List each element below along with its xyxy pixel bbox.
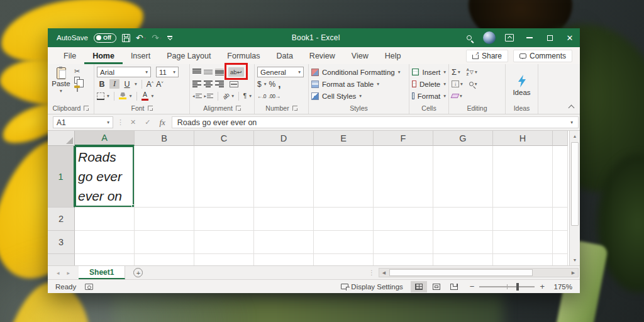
sheet-nav-prev-icon[interactable]: ◂ (57, 270, 60, 276)
text-direction-caret-icon[interactable]: ▾ (249, 93, 252, 99)
cell-e1[interactable] (314, 146, 374, 208)
clipboard-dialog-launcher[interactable] (84, 106, 89, 111)
display-settings-button[interactable]: Display Settings (341, 283, 402, 291)
horizontal-scrollbar[interactable]: ◀ ▶ (379, 268, 579, 277)
cell-b1[interactable] (135, 146, 194, 208)
number-format-combo[interactable]: General▾ (257, 67, 304, 77)
tab-help[interactable]: Help (377, 47, 409, 64)
insert-function-button[interactable]: fx (157, 118, 167, 128)
cell-styles-button[interactable]: Cell Styles ▾ (311, 90, 406, 102)
tab-review[interactable]: Review (301, 47, 343, 64)
cell-h1[interactable] (493, 146, 553, 208)
scroll-left-icon[interactable]: ◀ (379, 270, 389, 275)
cell-a2[interactable] (75, 208, 135, 231)
share-button[interactable]: Share (466, 50, 508, 62)
alignment-dialog-launcher[interactable] (236, 106, 241, 111)
cell-a3[interactable] (75, 231, 135, 254)
align-right-button[interactable] (215, 80, 224, 87)
delete-cells-button[interactable]: Delete ▾ (412, 78, 446, 90)
conditional-formatting-button[interactable]: Conditional Formatting ▾ (311, 66, 406, 78)
scroll-up-icon[interactable]: ▲ (570, 131, 580, 142)
column-header-b[interactable]: B (135, 131, 194, 146)
insert-cells-button[interactable]: Insert ▾ (412, 66, 446, 78)
normal-view-button[interactable] (411, 281, 427, 292)
find-select-button[interactable]: ▾ (469, 81, 477, 87)
comma-style-button[interactable]: , (278, 82, 280, 87)
tab-view[interactable]: View (343, 47, 377, 64)
page-layout-view-button[interactable] (428, 281, 445, 292)
clear-button[interactable]: ▾ (452, 93, 462, 99)
tab-formulas[interactable]: Formulas (219, 47, 268, 64)
column-header-f[interactable]: F (374, 131, 433, 146)
sheet-tab-sheet1[interactable]: Sheet1 (79, 266, 125, 279)
font-name-combo[interactable]: Arial▾ (97, 67, 151, 77)
underline-caret-icon[interactable]: ▾ (135, 81, 137, 87)
font-color-caret-icon[interactable]: ▾ (152, 93, 154, 99)
tab-file[interactable]: File (55, 47, 84, 64)
paste-caret-icon[interactable]: ▾ (60, 88, 62, 94)
undo-caret-icon[interactable]: ▾ (144, 36, 147, 40)
currency-button[interactable]: $ (257, 80, 262, 89)
cell-a1[interactable]: Roads go ever ever on (75, 146, 135, 208)
align-center-button[interactable] (204, 80, 213, 87)
new-sheet-button[interactable]: + (133, 268, 143, 277)
font-dialog-launcher[interactable] (148, 106, 153, 111)
maximize-button[interactable] (540, 28, 560, 47)
column-header-partial[interactable] (553, 131, 568, 146)
scroll-down-icon[interactable]: ▼ (570, 255, 580, 265)
scroll-right-icon[interactable]: ▶ (569, 270, 578, 275)
minimize-button[interactable] (519, 28, 540, 47)
fill-handle[interactable] (131, 204, 135, 208)
row-header-1[interactable]: 1 (48, 146, 75, 208)
fill-button[interactable]: ↓▾ (452, 80, 463, 87)
collapse-ribbon-icon[interactable] (569, 105, 575, 111)
tab-home[interactable]: Home (84, 47, 123, 64)
name-box[interactable]: A1▾ (53, 116, 113, 128)
sheet-nav-next-icon[interactable]: ▸ (67, 270, 70, 276)
copy-button[interactable]: ▾ (74, 77, 84, 84)
redo-button[interactable]: ↷▾ (152, 33, 162, 42)
decrease-font-size-button[interactable]: A˅ (156, 80, 164, 89)
underline-button[interactable]: U (122, 80, 132, 89)
borders-icon[interactable] (97, 92, 104, 100)
currency-caret-icon[interactable]: ▾ (264, 81, 267, 87)
cell-a4[interactable] (75, 254, 135, 265)
enter-entry-button[interactable]: ✓ (142, 118, 153, 126)
search-button[interactable] (459, 28, 479, 47)
format-cells-button[interactable]: Format ▾ (412, 90, 446, 102)
bold-button[interactable]: B (97, 80, 107, 89)
cell-f1[interactable] (374, 146, 433, 208)
increase-decimal-button[interactable]: ←.0 (257, 93, 266, 99)
font-size-combo[interactable]: 11▾ (156, 67, 179, 77)
decrease-indent-button[interactable]: ◂ (192, 92, 202, 99)
account-button[interactable] (479, 28, 499, 47)
number-dialog-launcher[interactable] (292, 106, 297, 111)
hscroll-splitter[interactable]: ⋮ (365, 269, 379, 276)
cell-d1[interactable] (254, 146, 314, 208)
column-header-g[interactable]: G (433, 131, 493, 146)
ideas-button[interactable]: Ideas (508, 66, 535, 104)
orientation-caret-icon[interactable]: ▾ (231, 93, 234, 99)
increase-indent-button[interactable]: ▸ (204, 92, 214, 99)
row-header-3[interactable]: 3 (48, 231, 75, 254)
borders-caret-icon[interactable]: ▾ (107, 93, 109, 99)
column-header-h[interactable]: H (493, 131, 553, 146)
select-all-button[interactable] (48, 131, 75, 146)
middle-align-button[interactable] (204, 69, 213, 75)
cancel-entry-button[interactable]: ✕ (128, 118, 138, 126)
zoom-out-button[interactable]: − (470, 282, 475, 291)
accessibility-icon[interactable] (85, 284, 93, 290)
zoom-level[interactable]: 175% (552, 283, 572, 291)
fill-color-caret-icon[interactable]: ▾ (130, 93, 132, 99)
merge-center-icon[interactable] (230, 81, 238, 87)
row-header-2[interactable]: 2 (48, 208, 75, 231)
font-color-icon[interactable]: A (142, 91, 149, 101)
orientation-icon[interactable]: ab (221, 91, 230, 101)
formula-bar-splitter[interactable]: ⋮ (117, 118, 124, 126)
zoom-slider[interactable] (479, 286, 535, 287)
save-icon[interactable] (122, 34, 130, 42)
autosum-button[interactable]: Σ▾ (452, 68, 460, 76)
cell-g1[interactable] (433, 146, 493, 208)
align-left-button[interactable] (192, 80, 201, 87)
cell-c1[interactable] (194, 146, 254, 208)
